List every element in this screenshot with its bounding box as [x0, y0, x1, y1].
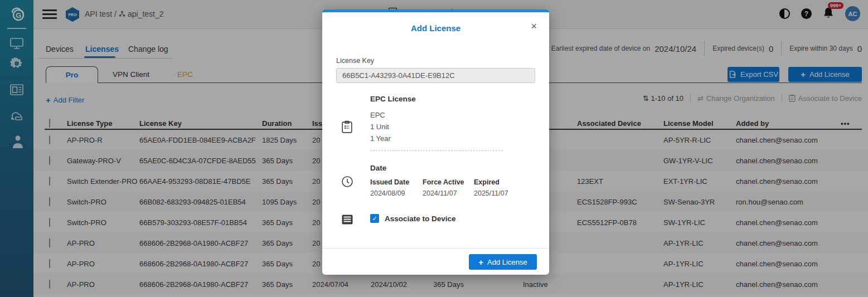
epc-type: EPC [370, 111, 385, 119]
issued-date-label: Issued Date [370, 178, 409, 186]
issued-date-field: Issued Date 2024/08/09 [370, 178, 409, 197]
associate-to-device-option[interactable]: ✓ Associate to Device [370, 214, 456, 223]
expired-value: 2025/11/07 [474, 189, 508, 197]
epc-license-heading: EPC License [370, 95, 416, 103]
dialog-footer: + Add License [322, 248, 549, 275]
force-active-value: 2024/11/07 [423, 189, 464, 197]
force-active-label: Force Active [423, 178, 464, 186]
associate-checkbox-checked[interactable]: ✓ [370, 214, 379, 223]
add-license-dialog: Add License × License Key EPC License EP… [322, 9, 549, 275]
epc-units: 1 Unit [370, 123, 389, 131]
device-list-icon [341, 214, 353, 227]
license-key-label: License Key [336, 57, 374, 65]
associate-label: Associate to Device [385, 215, 456, 223]
issued-date-value: 2024/08/09 [370, 189, 409, 197]
expired-field: Expired 2025/11/07 [474, 178, 508, 197]
dashed-divider [370, 150, 503, 151]
expired-label: Expired [474, 178, 508, 186]
app-window: G PRO API test / [0, 0, 868, 297]
submit-label: Add License [487, 258, 527, 266]
close-icon[interactable]: × [531, 21, 537, 31]
force-active-field: Force Active 2024/11/07 [423, 178, 464, 197]
dialog-title: Add License [322, 23, 549, 33]
clock-icon [341, 176, 353, 190]
epc-term: 1 Year [370, 134, 391, 143]
license-key-input[interactable] [336, 68, 535, 83]
plus-icon: + [478, 257, 483, 267]
clipboard-icon [341, 120, 353, 136]
submit-add-license-button[interactable]: + Add License [469, 254, 537, 270]
date-heading: Date [370, 164, 386, 172]
